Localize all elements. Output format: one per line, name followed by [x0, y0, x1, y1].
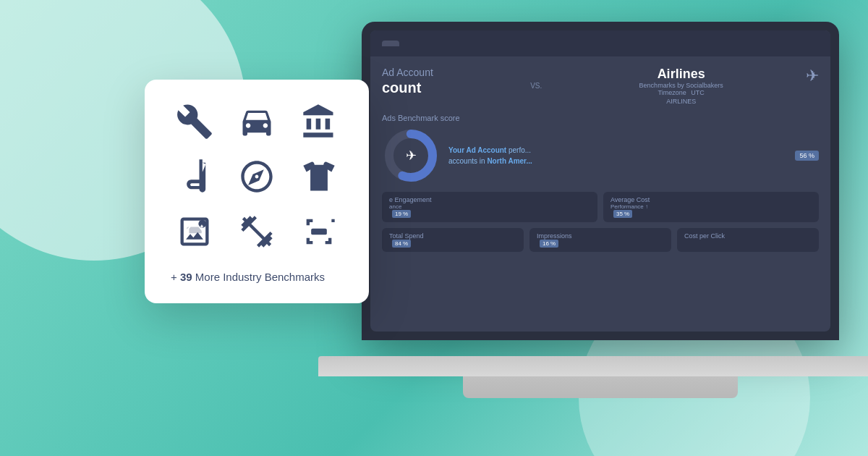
engagement-badge: 19 % [392, 210, 411, 218]
screen-body: Ad Account count VS. Airlines Benchmarks… [370, 56, 830, 262]
timezone-value: UTC [691, 89, 705, 96]
screen-title-right: Airlines Benchmarks by Socialbakers Time… [639, 67, 723, 105]
score-desc-1: Your Ad Account [448, 146, 506, 154]
floating-card: + 39 More Industry Benchmarks [145, 80, 369, 303]
more-count: 39 [180, 271, 192, 283]
ai-image-icon-cell [171, 213, 218, 250]
donut-center-airplane-icon: ✈ [406, 148, 417, 164]
laptop-stand [463, 376, 738, 398]
laptop: Ad Account count VS. Airlines Benchmarks… [318, 22, 868, 427]
laptop-screen-outer: Ad Account count VS. Airlines Benchmarks… [362, 22, 839, 340]
metric-cpc: Cost per Click [677, 228, 819, 252]
golf-icon [176, 158, 213, 195]
vs-text: VS. [530, 82, 542, 90]
compass-icon [238, 158, 276, 195]
benchmark-score-label: Ads Benchmark score [382, 114, 819, 122]
wrench-icon-cell [171, 103, 218, 140]
impressions-badge: 16 % [540, 240, 558, 248]
score-desc-2: perfo... [509, 146, 531, 154]
fitness-icon [238, 213, 276, 250]
total-spend-badge: 84 % [392, 240, 411, 248]
more-plus-text: + [171, 271, 180, 283]
compass-icon-cell [233, 158, 281, 195]
laptop-base [318, 356, 868, 376]
car-icon-cell [233, 103, 281, 140]
score-desc-3: accounts in [448, 157, 487, 165]
metric-engagement: e Engagement ance 19 % [382, 192, 597, 222]
bank-icon-cell [295, 103, 343, 140]
wrench-icon [176, 103, 213, 140]
account-title: count [382, 80, 433, 96]
screen-title-row: Ad Account count VS. Airlines Benchmarks… [382, 67, 819, 105]
airlines-tag: AIRLINES [639, 98, 723, 105]
golf-icon-cell [171, 158, 218, 195]
airplane-icon: ✈ [806, 67, 819, 85]
metric-cost-performance: Average Cost Performance ↑ 35 % [603, 192, 819, 222]
metric-total-spend: Total Spend 84 % [382, 228, 524, 252]
fitness-icon-cell [233, 213, 281, 250]
expand-icon-cell [295, 213, 343, 250]
timezone-label: Timezone [658, 89, 686, 96]
car-icon [238, 103, 276, 140]
benchmarks-by-label: Benchmarks by Socialbakers [639, 82, 723, 89]
score-desc-4: North Amer... [487, 157, 532, 165]
shirt-icon-cell [295, 158, 343, 195]
screen-tab [382, 41, 399, 46]
screen-title-left: Ad Account count [382, 67, 433, 96]
svg-rect-3 [311, 229, 327, 235]
metrics-row: e Engagement ance 19 % Average Cost Perf… [382, 192, 819, 222]
metric-impressions: Impressions 16 % [529, 228, 671, 252]
metrics-row-2: Total Spend 84 % Impressions 16 % Cost p… [382, 228, 819, 252]
shirt-icon [300, 158, 338, 195]
airlines-title: Airlines [639, 67, 723, 82]
more-label: More Industry Benchmarks [192, 271, 325, 283]
bank-icon [300, 103, 338, 140]
laptop-screen-inner: Ad Account count VS. Airlines Benchmarks… [370, 30, 830, 332]
expand-icon [300, 213, 338, 250]
score-text: Your Ad Account perfo... accounts in Nor… [448, 145, 782, 166]
main-percent-badge: 56 % [795, 151, 819, 161]
more-benchmarks[interactable]: + 39 More Industry Benchmarks [171, 271, 343, 283]
screen-header [370, 30, 830, 56]
ai-image-icon [176, 213, 213, 250]
screen-score-row: ✈ Your Ad Account perfo... accounts in N… [382, 127, 819, 185]
donut-chart: ✈ [382, 127, 440, 185]
cost-performance-badge: 35 % [613, 210, 632, 218]
icons-grid [171, 103, 343, 250]
